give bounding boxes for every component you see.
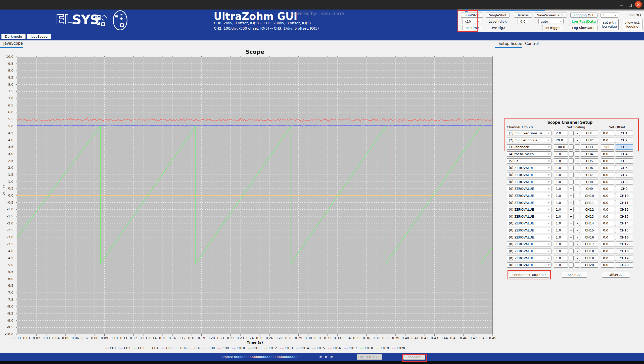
- send-scale-button[interactable]: CH20: [581, 262, 598, 268]
- send-offset-button[interactable]: CH12: [615, 207, 633, 212]
- channel-signal-select[interactable]: (0) ZEROVALUE∨: [507, 193, 551, 198]
- javascope-button[interactable]: JavaScope: [27, 34, 51, 39]
- scale-plus-button[interactable]: +: [569, 256, 574, 261]
- send-offset-button[interactable]: CH14: [615, 221, 633, 226]
- scale-minus-button[interactable]: -: [575, 144, 580, 150]
- scale-minus-button[interactable]: -: [575, 131, 580, 136]
- channel-scale-input[interactable]: 1.0: [554, 172, 568, 177]
- send-offset-button[interactable]: CH3: [615, 144, 633, 150]
- channel-offset-input[interactable]: 0.0: [601, 207, 614, 212]
- channel-scale-input[interactable]: 1.0: [554, 207, 568, 212]
- send-scale-button[interactable]: CH8: [581, 179, 598, 185]
- close-button[interactable]: ×: [635, 1, 642, 8]
- scale-all-button[interactable]: Scale All: [562, 272, 587, 278]
- scale-minus-button[interactable]: -: [575, 221, 580, 226]
- send-scale-button[interactable]: CH17: [581, 241, 598, 247]
- send-scale-button[interactable]: CH13: [581, 214, 598, 219]
- scale-plus-button[interactable]: +: [569, 172, 574, 177]
- channel-scale-input[interactable]: 1.0: [554, 214, 568, 219]
- tab-javascope[interactable]: JavaScope: [3, 41, 23, 46]
- scale-minus-button[interactable]: -: [575, 249, 580, 254]
- scale-minus-button[interactable]: -: [575, 256, 580, 261]
- send-scale-button[interactable]: CH12: [581, 207, 598, 212]
- connect-button[interactable]: connect: [403, 354, 425, 360]
- send-scale-button[interactable]: CH9: [581, 186, 598, 191]
- scale-minus-button[interactable]: -: [575, 207, 580, 212]
- scale-plus-button[interactable]: +: [569, 158, 574, 164]
- scale-minus-button[interactable]: -: [575, 214, 580, 219]
- send-offset-button[interactable]: CH8: [615, 179, 633, 185]
- scale-minus-button[interactable]: -: [575, 172, 580, 177]
- darkmode-button[interactable]: Darkmode: [1, 34, 26, 39]
- send-offset-button[interactable]: CH11: [615, 200, 633, 205]
- channel-scale-input[interactable]: 1.0: [554, 158, 568, 164]
- channel-scale-input[interactable]: 1.0: [554, 221, 568, 226]
- run-stop-button[interactable]: Run/Stop: [461, 13, 483, 18]
- singleshot-button[interactable]: SingleShot: [486, 13, 510, 18]
- scale-minus-button[interactable]: -: [575, 158, 580, 164]
- channel-scale-input[interactable]: 1.0: [554, 200, 568, 205]
- scale-minus-button[interactable]: -: [575, 241, 580, 247]
- send-scale-button[interactable]: CH16: [581, 235, 598, 240]
- send-offset-button[interactable]: CH18: [615, 249, 633, 254]
- scale-plus-button[interactable]: +: [569, 214, 574, 219]
- channel-signal-select[interactable]: (0) ZEROVALUE∨: [507, 249, 551, 254]
- tab-setup-scope[interactable]: Setup Scope: [498, 41, 522, 46]
- channel-offset-input[interactable]: 0.0: [601, 256, 614, 261]
- channel-offset-input[interactable]: 0.0: [601, 193, 614, 198]
- tab-control[interactable]: Control: [525, 41, 539, 46]
- trigger-mode-select[interactable]: auto∨: [538, 19, 564, 24]
- maximize-button[interactable]: [627, 2, 633, 8]
- scale-minus-button[interactable]: -: [575, 165, 580, 170]
- scale-minus-button[interactable]: -: [575, 235, 580, 240]
- send-scale-button[interactable]: CH15: [581, 228, 598, 233]
- scale-plus-button[interactable]: +: [569, 138, 574, 143]
- channel-signal-select[interactable]: (0) ZEROVALUE∨: [507, 256, 551, 261]
- send-offset-button[interactable]: CH4: [615, 151, 633, 157]
- channel-scale-input[interactable]: 1.0: [554, 179, 568, 185]
- scale-minus-button[interactable]: -: [575, 193, 580, 198]
- channel-scale-input[interactable]: 1.0: [554, 256, 568, 261]
- channel-offset-input[interactable]: 0.0: [601, 131, 614, 136]
- channel-offset-input[interactable]: 0.0: [601, 151, 614, 157]
- channel-scale-input[interactable]: 1.0: [554, 228, 568, 233]
- channel-signal-select[interactable]: (1) ISR_ExecTime_us∨: [507, 131, 551, 136]
- set-nth-log-value-button[interactable]: set n-thlog value: [600, 19, 619, 30]
- scale-minus-button[interactable]: -: [575, 151, 580, 157]
- send-scale-button[interactable]: CH11: [581, 200, 598, 205]
- scale-plus-button[interactable]: +: [569, 151, 574, 157]
- send-scale-button[interactable]: CH19: [581, 256, 598, 261]
- channel-scale-input[interactable]: 1.0: [554, 186, 568, 191]
- x10-select[interactable]: x10∨: [463, 19, 481, 24]
- channel-signal-select[interactable]: (0) ZEROVALUE∨: [507, 235, 551, 240]
- send-offset-button[interactable]: CH5: [615, 158, 633, 164]
- channel-scale-input[interactable]: 20.0: [554, 138, 568, 143]
- channel-signal-select[interactable]: (3) lifecheck∨: [507, 144, 551, 150]
- settrigger-button[interactable]: setTrigger: [542, 25, 563, 30]
- channel-offset-input[interactable]: 0.0: [601, 138, 614, 143]
- channel-scale-input[interactable]: 1.0: [554, 249, 568, 254]
- send-select-data-button[interactable]: sendSelectData (all): [509, 272, 549, 278]
- channel-signal-select[interactable]: (0) ZEROVALUE∨: [507, 262, 551, 268]
- scale-plus-button[interactable]: +: [569, 249, 574, 254]
- channel-signal-select[interactable]: (0) ZEROVALUE∨: [507, 179, 551, 185]
- savescreen-xls-button[interactable]: SaveScreen XLS: [534, 13, 567, 18]
- send-scale-button[interactable]: CH10: [581, 193, 598, 198]
- channel-offset-input[interactable]: 0.0: [601, 165, 614, 170]
- scale-plus-button[interactable]: +: [569, 179, 574, 185]
- minimize-button[interactable]: [618, 2, 624, 8]
- log-slowdata-button[interactable]: Log SlowData: [569, 25, 597, 30]
- channel-offset-input[interactable]: 0.0: [601, 228, 614, 233]
- logging-off-button[interactable]: Logging OFF: [570, 13, 597, 18]
- channel-signal-select[interactable]: (0) ZEROVALUE∨: [507, 207, 551, 212]
- allow-ext-logging-button[interactable]: allow ext.logging: [622, 19, 642, 30]
- send-offset-button[interactable]: CH13: [615, 214, 633, 219]
- send-offset-button[interactable]: CH2: [615, 138, 633, 143]
- send-scale-button[interactable]: CH1: [581, 131, 598, 136]
- send-offset-button[interactable]: CH6: [615, 165, 633, 170]
- channel-offset-input[interactable]: 0.0: [601, 186, 614, 191]
- nth-log-select[interactable]: 1∨: [601, 13, 618, 18]
- scale-minus-button[interactable]: -: [575, 186, 580, 191]
- channel-offset-input[interactable]: 0.0: [601, 214, 614, 219]
- send-offset-button[interactable]: CH15: [615, 228, 633, 233]
